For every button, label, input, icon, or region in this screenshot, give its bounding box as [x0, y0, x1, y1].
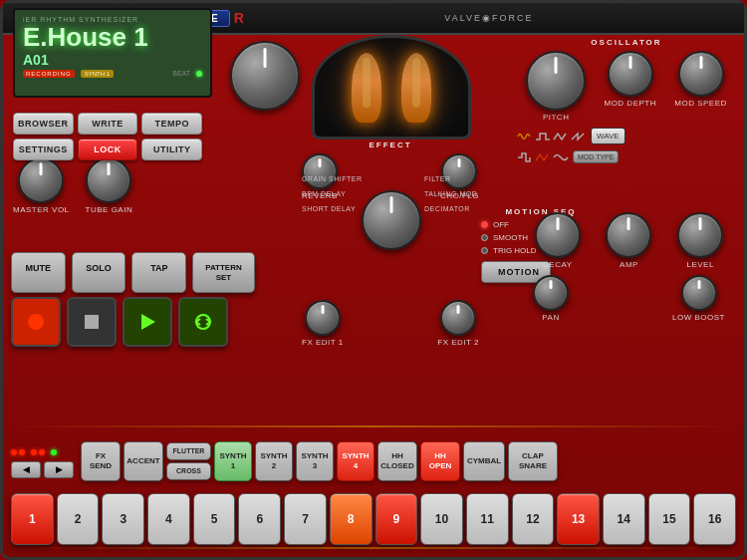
step-7[interactable]: 7	[284, 493, 327, 545]
master-vol-knob[interactable]	[18, 157, 64, 203]
step-16[interactable]: 16	[693, 493, 736, 545]
mod-type-button[interactable]: MOD TYPE	[573, 150, 619, 163]
mod-speed-group: MOD SPEED	[674, 51, 727, 122]
bottom-line	[11, 547, 736, 549]
mod-type-section: MOD TYPE	[517, 150, 736, 163]
pan-knob[interactable]	[533, 275, 569, 311]
fx-edit2-group: FX EDIT 2	[437, 300, 479, 347]
effect-main-knob[interactable]	[362, 190, 421, 250]
mod-type-row: MOD TYPE	[517, 150, 736, 163]
main-encoder-group	[230, 41, 300, 111]
track-synth4[interactable]: SYNTH4	[337, 441, 374, 481]
level-label: LEVEL	[686, 260, 713, 269]
tap-button[interactable]: TAP	[131, 252, 186, 293]
track-cross[interactable]: CROSS	[166, 462, 211, 480]
step-11[interactable]: 11	[466, 493, 509, 545]
track-fx-send[interactable]: FXSEND	[81, 441, 121, 481]
stop-button[interactable]	[67, 297, 117, 347]
osc-knobs-row: PITCH MOD DEPTH MOD SPEED	[517, 51, 736, 122]
step-12[interactable]: 12	[512, 493, 555, 545]
track-flutter[interactable]: FLUTTER	[166, 442, 211, 460]
led-group-1	[11, 449, 25, 455]
amp-knob[interactable]	[606, 212, 651, 258]
step-2[interactable]: 2	[57, 493, 100, 545]
fx-edit1-group: FX EDIT 1	[302, 300, 344, 347]
tube-gain-label: TUBE GAIN	[86, 205, 133, 214]
browser-button[interactable]: BROWSER	[13, 113, 74, 135]
decay-knob[interactable]	[535, 212, 581, 258]
mod-icon-2	[535, 151, 551, 163]
step-6[interactable]: 6	[238, 493, 281, 545]
step-5[interactable]: 5	[193, 493, 236, 545]
track-clap-snare[interactable]: CLAPSNARE	[508, 441, 558, 481]
track-accent[interactable]: ACCENT	[124, 441, 163, 481]
write-button[interactable]: WRITE	[78, 113, 138, 135]
nav-left-button[interactable]: ◀	[11, 461, 41, 478]
level-knob[interactable]	[677, 212, 723, 258]
low-boost-knob[interactable]	[681, 275, 717, 311]
pattern-name: E.House 1	[23, 23, 202, 52]
amp-label: AMP	[620, 260, 638, 269]
pan-label: PAN	[542, 313, 559, 322]
record-button[interactable]	[11, 297, 61, 347]
effect-title: EFFECT	[302, 140, 479, 149]
loop-button[interactable]	[178, 297, 228, 347]
tempo-button[interactable]: TEMPO	[141, 113, 202, 135]
step-3[interactable]: 3	[102, 493, 144, 545]
play-button[interactable]	[123, 297, 172, 347]
track-cymbal[interactable]: CYMBAL	[463, 441, 505, 481]
step-10[interactable]: 10	[420, 493, 463, 545]
grain-shifter-label: GRAIN SHIFTER	[302, 175, 383, 182]
wave-shapes-row: WAVE	[517, 128, 736, 144]
tube-right	[401, 53, 431, 123]
amp-group: AMP	[606, 212, 651, 269]
step-1[interactable]: 1	[11, 493, 54, 545]
effect-section: EFFECT REVERB CHO/FLG GRAIN SHIFTER BPM …	[302, 140, 479, 347]
track-hh-open[interactable]: HHOPEN	[420, 441, 460, 481]
wave-button[interactable]: WAVE	[591, 128, 625, 144]
nav-right-button[interactable]: ▶	[44, 461, 74, 478]
big-effect-knob-group	[362, 190, 421, 250]
step-8[interactable]: 8	[330, 493, 373, 545]
led-3	[31, 449, 37, 455]
track-synth2[interactable]: SYNTH2	[255, 441, 293, 481]
mute-button[interactable]: MUTE	[11, 252, 66, 293]
low-boost-group: LOW BOOST	[672, 275, 725, 322]
fx-edit1-label: FX EDIT 1	[302, 338, 344, 347]
mod-speed-label: MOD SPEED	[674, 99, 727, 108]
pattern-set-button[interactable]: PATTERN SET	[192, 252, 255, 293]
top-divider	[11, 425, 736, 427]
step-14[interactable]: 14	[603, 493, 645, 545]
settings-button[interactable]: SETTINGS	[13, 139, 74, 160]
track-synth3[interactable]: SYNTH3	[296, 441, 334, 481]
pitch-knob[interactable]	[526, 51, 586, 111]
step-15[interactable]: 15	[648, 493, 691, 545]
solo-button[interactable]: SOLO	[72, 252, 126, 293]
tube-gain-knob[interactable]	[86, 157, 131, 203]
lock-button[interactable]: LOCK	[78, 139, 138, 160]
fx-edit1-knob[interactable]	[305, 300, 341, 336]
main-encoder[interactable]	[230, 41, 300, 111]
decimator-label: DECIMATOR	[424, 205, 479, 212]
fx-edit2-knob[interactable]	[440, 300, 476, 336]
nav-arrows: ◀ ▶	[11, 461, 74, 478]
step-9[interactable]: 9	[375, 493, 418, 545]
mod-icon-1	[517, 151, 533, 163]
nav-leds-section: ◀ ▶	[11, 445, 74, 478]
pan-group: PAN	[533, 275, 569, 322]
step-4[interactable]: 4	[147, 493, 190, 545]
utility-button[interactable]: UTILITY	[141, 139, 202, 160]
track-select-row: ◀ ▶ FXSEND ACCENT FLUTTER CROSS SYNTH1 S…	[3, 437, 744, 485]
track-hh-closed[interactable]: HHCLOSED	[377, 441, 417, 481]
pan-lowboost-row: PAN LOW BOOST	[522, 275, 736, 322]
mod-speed-knob[interactable]	[678, 51, 724, 97]
mod-depth-knob[interactable]	[608, 51, 653, 97]
motion-smooth-radio	[481, 234, 488, 241]
master-tube-section: MASTER VOL TUBE GAIN	[13, 157, 132, 214]
wave-icon-3	[553, 131, 569, 142]
track-synth1[interactable]: SYNTH1	[214, 441, 252, 481]
led-4	[39, 449, 45, 455]
step-13[interactable]: 13	[557, 493, 600, 545]
valve-force-label: VALVE◉FORCE	[444, 13, 533, 23]
decay-label: DECAY	[543, 260, 572, 269]
